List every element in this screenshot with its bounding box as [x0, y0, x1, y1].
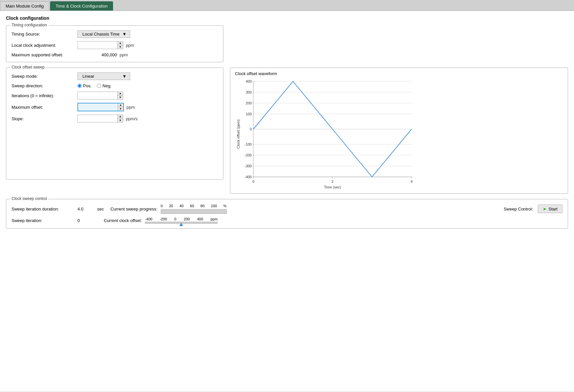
sweep-iteration-label: Sweep iteration: [12, 218, 77, 223]
timing-source-label: Timing Source: [12, 32, 77, 37]
iterations-spinner: ▲ ▼ [117, 92, 123, 99]
progress-ticks: 0 20 40 60 80 100 % [161, 204, 227, 208]
slope-down[interactable]: ▼ [118, 119, 123, 122]
x-tick-0: 0 [252, 180, 254, 183]
x-axis-label: Time (sec) [324, 185, 341, 189]
timing-config-group: Timing configuration Timing Source: Loca… [6, 25, 223, 62]
slope-up[interactable]: ▲ [118, 115, 123, 119]
max-offset-input[interactable]: 400,000 [78, 104, 118, 110]
x-tick-4: 4 [411, 180, 413, 183]
sweep-direction-radios: Pos. Neg. [77, 83, 111, 88]
max-offset-spinner: ▲ ▼ [118, 103, 123, 111]
y-tick-200: 200 [246, 101, 252, 105]
sweep-control-right: Sweep Control: ➤ Start [504, 205, 562, 213]
sweep-iteration-duration-value: 4.0 [77, 207, 97, 211]
local-clock-row: Local clock adjustment: 0,000 ▲ ▼ ppm [12, 41, 218, 49]
iterations-input[interactable]: 0 [78, 93, 117, 99]
y-tick-neg400: -400 [244, 175, 252, 179]
sweep-control-group-label: Clock sweep control [10, 196, 48, 201]
clock-offset-sweep-col: Clock offset sweep Sweep mode: Linear ▼ … [6, 68, 223, 194]
page-title: Clock configuration [6, 15, 568, 21]
sweep-waveform-section: Clock offset sweep Sweep mode: Linear ▼ … [6, 68, 568, 194]
max-supported-offset-value: 400,000 [77, 52, 117, 57]
sweep-control-label: Sweep Control: [504, 207, 533, 211]
slope-label: Slope: [12, 116, 77, 121]
timing-source-dropdown[interactable]: Local Chassis Time ▼ [77, 30, 130, 38]
local-clock-up[interactable]: ▲ [118, 42, 123, 45]
y-axis-label: Clock offset (ppm) [236, 119, 240, 149]
max-offset-unit: ppm [127, 105, 135, 110]
start-icon: ➤ [543, 206, 547, 211]
iterations-label: Iterations (0 = infinite): [12, 93, 77, 98]
waveform-title: Clock offset waveform [234, 71, 564, 76]
sweep-direction-label: Sweep direction: [12, 83, 77, 88]
slope-unit: ppm/s [126, 116, 137, 121]
sweep-iteration-duration-row: Sweep iteration duration: 4.0 sec Curren… [12, 204, 562, 214]
dropdown-arrow-icon: ▼ [122, 32, 127, 37]
max-offset-label: Maximum offset: [12, 105, 77, 110]
y-tick-neg100: -100 [244, 142, 252, 146]
current-sweep-progress-label: Current sweep progress: [110, 207, 157, 211]
offset-area: -400 -200 0 200 400 ppm [145, 217, 217, 224]
max-offset-input-group: 400,000 ▲ ▼ [77, 103, 124, 111]
clock-sweep-control-group: Clock sweep control Sweep iteration dura… [6, 199, 568, 229]
offset-ticks: -400 -200 0 200 400 ppm [145, 217, 217, 221]
sweep-neg-radio[interactable]: Neg. [97, 83, 111, 88]
local-clock-label: Local clock adjustment: [12, 43, 77, 48]
progress-area: 0 20 40 60 80 100 % [161, 204, 227, 214]
waveform-col: Clock offset waveform Clock offset (ppm) [230, 68, 568, 194]
y-tick-neg300: -300 [244, 164, 252, 168]
timing-config-label: Timing configuration [10, 23, 48, 27]
y-tick-400: 400 [246, 79, 252, 83]
clock-offset-sweep-group: Clock offset sweep Sweep mode: Linear ▼ … [6, 68, 223, 180]
max-supported-offset-unit: ppm [120, 52, 128, 57]
tab-bar: Main Module Config Time & Clock Configur… [0, 0, 574, 11]
sweep-iteration-duration-label: Sweep iteration duration: [12, 207, 77, 211]
local-clock-down[interactable]: ▼ [118, 45, 123, 49]
waveform-svg: Clock offset (ppm) [234, 78, 418, 190]
slope-input[interactable]: 400,000 [78, 116, 117, 122]
progress-bar [161, 209, 227, 214]
local-clock-input[interactable]: 0,000 [78, 42, 117, 48]
y-tick-0: 0 [250, 127, 252, 131]
local-clock-spinner: ▲ ▼ [117, 42, 123, 49]
y-tick-neg200: -200 [244, 153, 252, 157]
offset-bar [145, 222, 217, 224]
max-offset-row: Maximum offset: 400,000 ▲ ▼ ppm [12, 103, 218, 111]
start-button[interactable]: ➤ Start [538, 205, 562, 213]
slope-input-group: 400,000 ▲ ▼ [77, 115, 123, 123]
max-supported-offset-row: Maximum supported offset: 400,000 ppm [12, 52, 218, 57]
sweep-mode-arrow-icon: ▼ [122, 74, 127, 79]
slope-spinner: ▲ ▼ [117, 115, 123, 122]
max-offset-up[interactable]: ▲ [118, 103, 123, 107]
offset-marker [179, 223, 183, 226]
max-offset-down[interactable]: ▼ [118, 107, 123, 111]
sweep-mode-row: Sweep mode: Linear ▼ [12, 72, 218, 80]
sweep-iteration-duration-unit: sec [97, 207, 104, 211]
sweep-pos-label: Pos. [83, 83, 92, 88]
sweep-pos-radio[interactable]: Pos. [77, 83, 92, 88]
sweep-neg-label: Neg. [102, 83, 111, 88]
sweep-iteration-row: Sweep iteration: 0 Current clock offset:… [12, 217, 562, 224]
start-button-label: Start [549, 207, 558, 211]
sweep-direction-row: Sweep direction: Pos. Neg. [12, 83, 218, 88]
iterations-row: Iterations (0 = infinite): 0 ▲ ▼ [12, 92, 218, 99]
iterations-up[interactable]: ▲ [118, 92, 123, 96]
main-content: Clock configuration Timing configuration… [0, 11, 574, 391]
local-clock-input-group: 0,000 ▲ ▼ [77, 41, 123, 49]
sweep-mode-dropdown[interactable]: Linear ▼ [77, 72, 130, 80]
local-clock-unit: ppm [126, 43, 134, 48]
x-tick-2: 2 [331, 180, 333, 183]
slope-row: Slope: 400,000 ▲ ▼ ppm/s [12, 115, 218, 123]
tab-time-clock[interactable]: Time & Clock Configuration [50, 1, 113, 11]
timing-source-row: Timing Source: Local Chassis Time ▼ [12, 30, 218, 38]
y-tick-100: 100 [246, 112, 252, 116]
sweep-mode-label: Sweep mode: [12, 74, 77, 79]
current-clock-offset-label: Current clock offset: [104, 218, 142, 223]
iterations-input-group: 0 ▲ ▼ [77, 92, 123, 99]
iterations-down[interactable]: ▼ [118, 96, 123, 99]
sweep-iteration-value: 0 [77, 218, 97, 223]
tab-main-module[interactable]: Main Module Config [0, 1, 49, 11]
y-tick-300: 300 [246, 90, 252, 94]
waveform-chart-container: Clock offset waveform Clock offset (ppm) [230, 68, 568, 194]
